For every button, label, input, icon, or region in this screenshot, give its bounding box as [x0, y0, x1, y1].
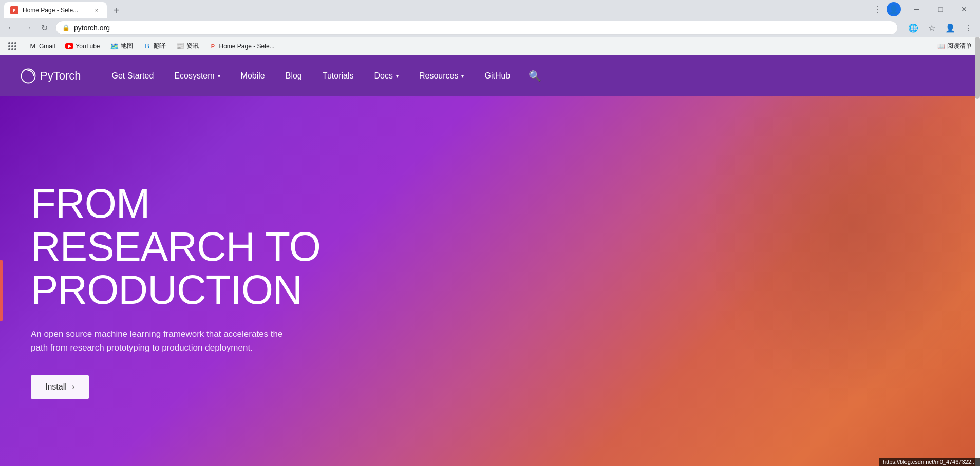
bookmark-homepage[interactable]: P Home Page - Sele...: [205, 40, 279, 52]
homepage-label: Home Page - Sele...: [219, 43, 275, 50]
address-bar-row: ← → ↻ 🔒 pytorch.org 🌐 ☆ 👤 ⋮: [0, 18, 980, 37]
news-icon: 📰: [176, 42, 184, 50]
address-bar[interactable]: 🔒 pytorch.org: [55, 21, 898, 35]
homepage-favicon: P: [209, 42, 217, 50]
nav-links: Get Started Ecosystem ▾ Mobile Blog Tuto…: [101, 55, 959, 96]
gmail-label: Gmail: [39, 43, 55, 50]
gmail-icon: M: [29, 42, 37, 50]
navigation-buttons: ← → ↻: [4, 21, 51, 35]
docs-chevron: ▾: [396, 73, 399, 79]
status-bar: https://blog.csdn.net/m0_47467322...: [879, 458, 980, 466]
news-label: 资讯: [186, 42, 199, 50]
browser-window: P Home Page - Sele... × + ⋮ 👤 ─ □ ✕ ← → …: [0, 0, 980, 466]
tab-bar: P Home Page - Sele... × + ⋮ 👤 ─ □ ✕: [0, 0, 980, 18]
profile-account-button[interactable]: 👤: [943, 21, 957, 35]
more-menu-button[interactable]: ⋮: [962, 21, 976, 35]
resources-chevron: ▾: [461, 73, 464, 79]
nav-ecosystem[interactable]: Ecosystem ▾: [164, 55, 230, 96]
address-text: pytorch.org: [74, 24, 891, 32]
reading-mode[interactable]: 📖 阅读清单: [933, 40, 976, 52]
bookmark-gmail[interactable]: M Gmail: [25, 40, 59, 52]
close-button[interactable]: ✕: [952, 0, 976, 18]
bookmarks-bar: M Gmail YouTube 🗺️ 地图 B 翻译 📰: [0, 37, 980, 55]
hero-subtitle: An open source machine learning framewor…: [31, 327, 298, 355]
bookmark-news[interactable]: 📰 资讯: [172, 40, 203, 52]
pytorch-logo[interactable]: PyTorch: [21, 68, 81, 84]
forward-button[interactable]: →: [21, 21, 35, 35]
apps-icon: [8, 42, 16, 50]
active-tab[interactable]: P Home Page - Sele... ×: [4, 2, 107, 18]
apps-button[interactable]: [4, 40, 23, 52]
translate-button[interactable]: 🌐: [906, 21, 920, 35]
bookmark-maps[interactable]: 🗺️ 地图: [106, 40, 137, 52]
tab-search-button[interactable]: ⋮: [870, 2, 884, 16]
hero-title: FROM RESEARCH TO PRODUCTION: [31, 182, 390, 312]
ecosystem-chevron: ▾: [218, 73, 220, 79]
minimize-button[interactable]: ─: [905, 0, 929, 18]
nav-get-started[interactable]: Get Started: [101, 55, 164, 96]
youtube-icon: [65, 42, 73, 50]
window-controls: ─ □ ✕: [905, 0, 976, 18]
youtube-label: YouTube: [76, 43, 100, 50]
pytorch-page: PyTorch Get Started Ecosystem ▾ Mobile B…: [0, 55, 980, 466]
translate-label: 翻译: [154, 42, 166, 50]
tab-favicon: P: [10, 6, 18, 14]
toolbar-icons: 🌐 ☆ 👤 ⋮: [906, 21, 976, 35]
scrollbar-thumb[interactable]: [975, 37, 980, 99]
left-accent-bar: [0, 260, 3, 321]
back-button[interactable]: ←: [4, 21, 18, 35]
bookmark-translate[interactable]: B 翻译: [139, 40, 170, 52]
translate-icon: B: [143, 42, 152, 50]
tab-close-button[interactable]: ×: [92, 6, 101, 14]
maps-label: 地图: [121, 42, 133, 50]
install-button[interactable]: Install ›: [31, 375, 89, 399]
nav-search-button[interactable]: 🔍: [520, 55, 550, 96]
nav-blog[interactable]: Blog: [275, 55, 312, 96]
pytorch-logo-icon: [21, 68, 36, 84]
new-tab-button[interactable]: +: [109, 3, 123, 17]
nav-tutorials[interactable]: Tutorials: [312, 55, 364, 96]
reading-mode-icon: 📖: [937, 43, 945, 50]
bookmark-star-button[interactable]: ☆: [925, 21, 939, 35]
profile-button[interactable]: 👤: [887, 2, 901, 16]
nav-resources[interactable]: Resources ▾: [409, 55, 474, 96]
nav-docs[interactable]: Docs ▾: [364, 55, 409, 96]
tab-title: Home Page - Sele...: [23, 7, 88, 14]
status-url: https://blog.csdn.net/m0_47467322...: [883, 459, 976, 465]
install-label: Install: [45, 382, 67, 392]
maximize-button[interactable]: □: [929, 0, 952, 18]
install-arrow-icon: ›: [72, 382, 74, 392]
bookmark-youtube[interactable]: YouTube: [61, 40, 104, 52]
pytorch-navbar: PyTorch Get Started Ecosystem ▾ Mobile B…: [0, 55, 980, 96]
nav-github[interactable]: GitHub: [474, 55, 520, 96]
reading-mode-label: 阅读清单: [947, 42, 972, 50]
lock-icon: 🔒: [62, 24, 70, 31]
reload-button[interactable]: ↻: [37, 21, 51, 35]
hero-section: FROM RESEARCH TO PRODUCTION An open sour…: [0, 96, 980, 466]
scrollbar[interactable]: [975, 37, 980, 466]
nav-mobile[interactable]: Mobile: [231, 55, 275, 96]
pytorch-logo-text: PyTorch: [40, 69, 81, 83]
svg-point-1: [28, 70, 29, 71]
tab-right-controls: ⋮ 👤: [870, 2, 901, 16]
maps-icon: 🗺️: [110, 42, 119, 50]
